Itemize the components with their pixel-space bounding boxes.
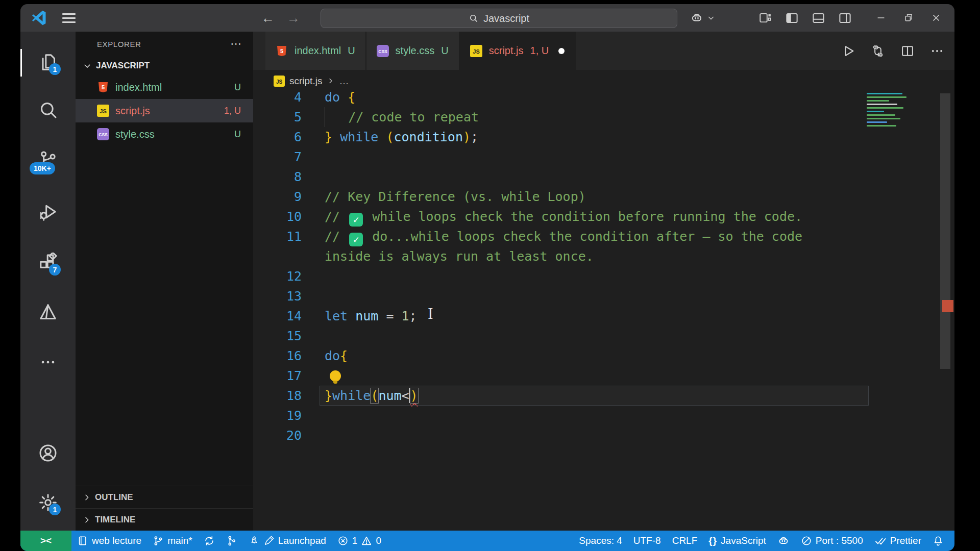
code-line-10[interactable]: 10// ✓ while loops check the condition b… xyxy=(253,207,954,227)
activity-item-more-views[interactable] xyxy=(36,350,60,374)
activity-item-accounts[interactable] xyxy=(36,441,60,465)
folder-row-javascript[interactable]: JAVASCRIPT xyxy=(76,56,253,76)
activity-badge: 7 xyxy=(49,264,61,276)
status-language-mode[interactable]: {}JavaScript xyxy=(703,531,772,551)
code-line-13[interactable]: 13 xyxy=(253,286,954,306)
status-prettier[interactable]: Prettier xyxy=(869,531,927,551)
code-line-19[interactable]: 19 xyxy=(253,406,954,425)
activity-item-extensions[interactable]: 7 xyxy=(36,251,60,275)
file-row-style.css[interactable]: CSSstyle.cssU xyxy=(76,122,253,146)
css-icon: CSS xyxy=(97,128,109,140)
activity-item-settings[interactable]: 1 xyxy=(36,490,60,515)
svg-text:JS: JS xyxy=(100,108,106,114)
toggle-secondary-sidebar-icon[interactable] xyxy=(836,9,853,27)
code-editor[interactable]: 4do {5 // code to repeat6} while (condit… xyxy=(253,92,954,531)
branch-icon xyxy=(153,535,164,546)
code-line-18[interactable]: 18}while(num<) xyxy=(253,386,954,406)
status-encoding[interactable]: UTF-8 xyxy=(628,531,667,551)
copilot-icon[interactable] xyxy=(688,9,705,27)
status-remote-indicator[interactable]: >< xyxy=(20,531,71,551)
status-bar-left: ><web lecturemain*Launchpad10 xyxy=(20,531,387,551)
search-icon xyxy=(38,99,58,120)
run-code-icon[interactable] xyxy=(841,44,855,58)
tab-script.js[interactable]: JSscript.js1, U xyxy=(460,32,576,70)
svg-text:5: 5 xyxy=(280,48,283,54)
menu-icon[interactable] xyxy=(62,13,76,23)
minimap[interactable] xyxy=(867,93,914,129)
restore-icon[interactable] xyxy=(898,8,919,28)
code-line-14[interactable]: 14let num = 1; xyxy=(253,306,954,326)
status-workspace-name[interactable]: web lecture xyxy=(71,531,147,551)
toggle-primary-sidebar-icon[interactable] xyxy=(783,9,800,27)
back-arrow-icon[interactable]: ← xyxy=(261,10,275,26)
activity-item-run-and-debug[interactable] xyxy=(36,199,60,224)
code-line-4[interactable]: 4do { xyxy=(253,92,954,107)
breadcrumb-more[interactable]: … xyxy=(339,76,349,87)
minimize-icon[interactable] xyxy=(871,8,891,28)
status-problems[interactable]: 10 xyxy=(332,531,387,551)
code-line-17[interactable]: 17 xyxy=(253,366,954,386)
line-number: 13 xyxy=(253,286,302,306)
views-and-more-actions-icon[interactable]: ⋯ xyxy=(230,37,242,51)
close-icon[interactable] xyxy=(926,8,946,28)
command-center-search[interactable]: Javascript xyxy=(321,9,677,28)
code-line-6[interactable]: 6} while (condition); xyxy=(253,127,954,147)
code-line-11[interactable]: 11// ✓ do...while loops check the condit… xyxy=(253,227,954,246)
more-actions-icon[interactable] xyxy=(930,44,944,58)
breadcrumb-file[interactable]: script.js xyxy=(289,76,322,87)
activity-item-prism-extension[interactable] xyxy=(36,300,60,324)
sidebar-section-timeline[interactable]: TIMELINE xyxy=(76,508,253,531)
file-name: style.css xyxy=(115,129,155,140)
code-line-wrap[interactable]: inside is always run at least once. xyxy=(253,246,954,266)
status-launchpad[interactable]: Launchpad xyxy=(243,531,332,551)
section-label: OUTLINE xyxy=(95,492,133,503)
svg-text:CSS: CSS xyxy=(378,49,387,54)
code-line-8[interactable]: 8 xyxy=(253,167,954,187)
status-git-branch[interactable]: main* xyxy=(147,531,198,551)
vertical-scrollbar[interactable] xyxy=(940,93,950,369)
status-indentation[interactable]: Spaces: 4 xyxy=(573,531,628,551)
status-sync-changes[interactable] xyxy=(198,531,220,551)
html-icon: 5 xyxy=(97,81,109,93)
screen: ← → Javascript xyxy=(0,0,980,551)
split-editor-icon[interactable] xyxy=(900,44,915,58)
minimap-line xyxy=(867,93,902,94)
toggle-panel-icon[interactable] xyxy=(810,9,827,27)
status-copilot-status[interactable] xyxy=(772,531,795,551)
file-row-index.html[interactable]: 5index.htmlU xyxy=(76,76,253,99)
chevron-right-icon xyxy=(327,77,334,85)
code-line-16[interactable]: 16do{ xyxy=(253,346,954,366)
file-row-script.js[interactable]: JSscript.js1, U xyxy=(76,99,253,122)
breadcrumb[interactable]: JS script.js … xyxy=(253,70,954,92)
customize-layout-icon[interactable] xyxy=(756,9,774,27)
code-line-15[interactable]: 15 xyxy=(253,326,954,346)
tab-style.css[interactable]: CSSstyle.cssU xyxy=(366,32,460,70)
activity-item-source-control[interactable]: 10K+ xyxy=(36,147,60,171)
status-text: main* xyxy=(167,535,192,546)
forward-arrow-icon[interactable]: → xyxy=(287,10,300,26)
modified-dot[interactable] xyxy=(558,48,565,54)
vscode-window: ← → Javascript xyxy=(20,4,954,551)
js-icon: JS xyxy=(97,105,109,117)
tab-index.html[interactable]: 5index.htmlU xyxy=(265,32,366,70)
status-git-graph[interactable] xyxy=(220,531,243,551)
code-line-20[interactable]: 20 xyxy=(253,425,954,445)
lightbulb-icon[interactable] xyxy=(330,370,341,382)
line-number: 11 xyxy=(253,227,302,246)
chevron-down-icon[interactable] xyxy=(705,9,717,27)
code-line-12[interactable]: 12 xyxy=(253,266,954,286)
line-number: 16 xyxy=(253,346,302,366)
status-notifications[interactable] xyxy=(927,531,949,551)
open-changes-icon[interactable] xyxy=(871,44,885,58)
js-file-icon: JS xyxy=(274,76,285,87)
activity-item-explorer[interactable]: 1 xyxy=(36,50,60,74)
code-line-9[interactable]: 9// Key Difference (vs. while Loop) xyxy=(253,187,954,207)
activity-item-search[interactable] xyxy=(36,97,60,122)
status-end-of-line[interactable]: CRLF xyxy=(667,531,703,551)
line-number: 12 xyxy=(253,266,302,286)
code-line-5[interactable]: 5 // code to repeat xyxy=(253,107,954,127)
status-live-server-port[interactable]: Port : 5500 xyxy=(795,531,869,551)
code-line-7[interactable]: 7 xyxy=(253,147,954,167)
status-text: 1 xyxy=(352,535,358,546)
sidebar-section-outline[interactable]: OUTLINE xyxy=(76,486,253,508)
